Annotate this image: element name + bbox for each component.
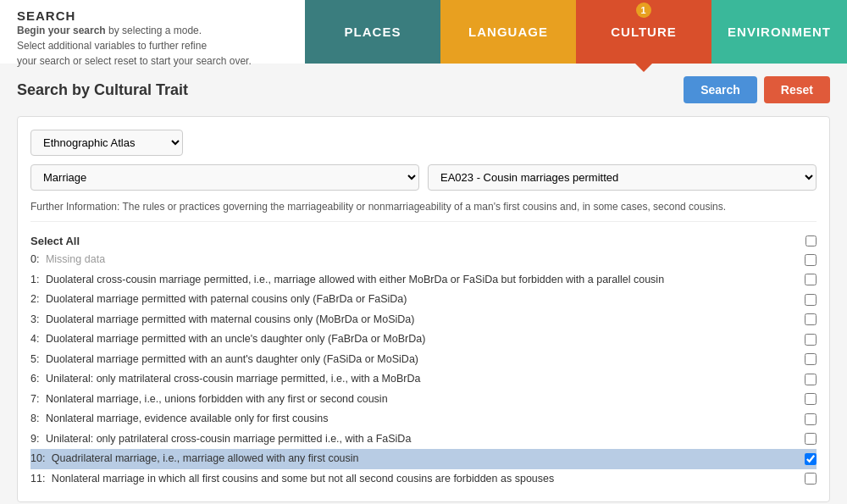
reset-button[interactable]: Reset <box>764 76 830 103</box>
list-item-checkbox[interactable] <box>805 334 817 346</box>
tab-places-label: PLACES <box>345 25 401 39</box>
list-item-checkbox[interactable] <box>805 374 817 385</box>
tab-places[interactable]: PLACES <box>305 0 440 64</box>
list-item: 6: Unilateral: only matrilateral cross-c… <box>30 369 817 390</box>
item-text: 0: Missing data <box>30 252 805 268</box>
item-text: 2: Duolateral marriage permitted with pa… <box>30 292 805 307</box>
select-all-label: Select All <box>30 235 80 247</box>
checkbox-list: Select All 0: Missing data1: Duolateral … <box>30 232 817 489</box>
filter-row-2: Marriage EA023 - Cousin marriages permit… <box>30 164 817 191</box>
list-item-checkbox[interactable] <box>805 254 817 266</box>
list-item: 9: Unilateral: only patrilateral cross-c… <box>30 429 817 450</box>
category-select[interactable]: Marriage <box>30 164 419 191</box>
item-text: 5: Duolateral marriage permitted with an… <box>30 352 805 368</box>
atlas-select[interactable]: Ethnographic Atlas <box>30 130 183 156</box>
search-title: SEARCH <box>17 8 288 23</box>
item-text: 3: Duolateral marriage permitted with ma… <box>30 313 805 328</box>
item-text: 8: Nonlateral marriage, evidence availab… <box>30 412 805 427</box>
filter-info: Further Information: The rules or practi… <box>30 199 817 222</box>
list-item: 5: Duolateral marriage permitted with an… <box>30 350 817 370</box>
item-text: 1: Duolateral cross-cousin marriage perm… <box>30 273 805 288</box>
select-all-row: Select All <box>30 232 817 250</box>
list-item-checkbox[interactable] <box>805 393 817 405</box>
tab-language-label: LANGUAGE <box>468 25 548 39</box>
item-text: 9: Unilateral: only patrilateral cross-c… <box>30 432 805 447</box>
tab-environment[interactable]: ENVIRONMENT <box>711 0 847 64</box>
tab-culture-label: CULTURE <box>611 25 677 39</box>
header-buttons: Search Reset <box>684 76 830 103</box>
list-item-checkbox[interactable] <box>805 274 817 285</box>
filter-panel: Ethnographic Atlas Marriage EA023 - Cous… <box>17 116 830 502</box>
list-item: 8: Nonlateral marriage, evidence availab… <box>30 409 817 429</box>
filter-row-1: Ethnographic Atlas <box>30 130 817 156</box>
search-description: Begin your search by selecting a mode. S… <box>17 23 288 69</box>
top-nav: SEARCH Begin your search by selecting a … <box>0 0 847 64</box>
culture-badge: 1 <box>636 3 651 18</box>
content-header: Search by Cultural Trait Search Reset <box>17 76 830 103</box>
list-item: 11: Nonlateral marriage in which all fir… <box>30 469 817 490</box>
list-item: 0: Missing data <box>30 250 817 270</box>
tab-environment-label: ENVIRONMENT <box>728 25 831 39</box>
list-item-checkbox[interactable] <box>805 353 817 365</box>
list-item-checkbox[interactable] <box>805 473 817 485</box>
list-item: 7: Nonlateral marriage, i.e., unions for… <box>30 390 817 410</box>
list-item: 4: Duolateral marriage permitted with an… <box>30 330 817 350</box>
item-text: 10: Quadrilateral marriage, i.e., marria… <box>30 451 805 467</box>
item-text: 11: Nonlateral marriage in which all fir… <box>30 472 805 487</box>
list-item-checkbox[interactable] <box>805 433 817 445</box>
list-item-checkbox[interactable] <box>805 294 817 306</box>
tab-language[interactable]: LANGUAGE <box>440 0 576 64</box>
main-content: Search by Cultural Trait Search Reset Et… <box>0 64 847 504</box>
variable-select[interactable]: EA023 - Cousin marriages permitted <box>428 164 817 191</box>
list-item-checkbox[interactable] <box>805 313 817 325</box>
list-item-checkbox[interactable] <box>805 453 817 465</box>
select-all-checkbox[interactable] <box>805 235 817 246</box>
item-text: 4: Duolateral marriage permitted with an… <box>30 332 805 347</box>
page-title: Search by Cultural Trait <box>17 81 188 99</box>
list-item: 10: Quadrilateral marriage, i.e., marria… <box>30 449 817 469</box>
item-text: 7: Nonlateral marriage, i.e., unions for… <box>30 392 805 407</box>
list-item: 1: Duolateral cross-cousin marriage perm… <box>30 270 817 291</box>
tab-culture[interactable]: 1 CULTURE <box>576 0 711 64</box>
item-text: 6: Unilateral: only matrilateral cross-c… <box>30 372 805 387</box>
nav-tabs: PLACES LANGUAGE 1 CULTURE ENVIRONMENT <box>305 0 847 64</box>
list-item-checkbox[interactable] <box>805 413 817 425</box>
search-button[interactable]: Search <box>684 76 757 103</box>
search-intro: SEARCH Begin your search by selecting a … <box>0 0 305 64</box>
list-item: 2: Duolateral marriage permitted with pa… <box>30 290 817 310</box>
list-container: 0: Missing data1: Duolateral cross-cousi… <box>30 250 817 489</box>
list-item: 3: Duolateral marriage permitted with ma… <box>30 310 817 330</box>
